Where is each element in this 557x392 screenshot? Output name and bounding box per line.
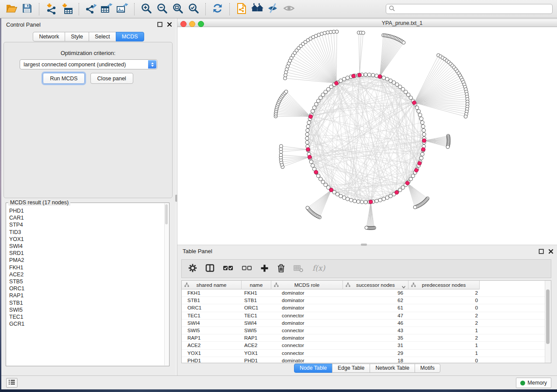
network-node[interactable] <box>398 188 402 192</box>
add-column-button[interactable] <box>260 264 269 274</box>
network-node[interactable] <box>417 110 420 113</box>
mcds-hub-node[interactable] <box>352 74 356 78</box>
network-node[interactable] <box>375 199 378 203</box>
mcds-hub-node[interactable] <box>415 168 419 172</box>
tab-select[interactable]: Select <box>89 32 116 41</box>
network-node[interactable] <box>398 85 402 89</box>
network-node[interactable] <box>409 177 412 181</box>
zoom-selected-button[interactable] <box>186 2 201 17</box>
apply-layout-button[interactable] <box>210 2 225 17</box>
network-leaf-node[interactable] <box>335 30 339 34</box>
table-row[interactable]: STB1STB1dominator620 <box>182 297 545 304</box>
network-node[interactable] <box>382 197 385 201</box>
column-header-name[interactable]: name <box>242 281 271 289</box>
mcds-hub-node[interactable] <box>422 148 426 151</box>
network-leaf-node[interactable] <box>402 41 405 45</box>
close-icon[interactable] <box>548 248 554 254</box>
network-node[interactable] <box>401 87 405 91</box>
network-node[interactable] <box>319 96 322 100</box>
network-node[interactable] <box>306 129 309 132</box>
table-row[interactable]: FKH1FKH1dominator962 <box>182 289 545 297</box>
network-node[interactable] <box>421 121 424 124</box>
network-node[interactable] <box>305 137 309 140</box>
network-leaf-node[interactable] <box>446 145 450 149</box>
network-node[interactable] <box>321 180 325 184</box>
mcds-result-item[interactable]: GCR1 <box>9 320 165 327</box>
deselect-all-button[interactable] <box>242 264 252 274</box>
network-leaf-node[interactable] <box>464 115 467 118</box>
zoom-out-button[interactable] <box>154 2 170 17</box>
network-node[interactable] <box>343 196 346 199</box>
table-row[interactable]: YOX1YOX1connector291 <box>182 350 545 357</box>
network-node[interactable] <box>353 199 356 203</box>
new-network-from-selection-button[interactable] <box>234 2 249 17</box>
mcds-hub-node[interactable] <box>308 155 311 159</box>
network-node[interactable] <box>401 186 405 189</box>
float-window-icon[interactable] <box>157 21 163 27</box>
memory-button[interactable]: Memory <box>516 378 551 388</box>
mcds-result-item[interactable]: FKH1 <box>9 264 165 271</box>
mcds-hub-node[interactable] <box>369 200 373 204</box>
network-node[interactable] <box>306 125 310 128</box>
panel-menu-button[interactable] <box>6 378 17 388</box>
network-node[interactable] <box>415 106 419 110</box>
network-node[interactable] <box>422 129 426 132</box>
select-all-button[interactable] <box>223 264 233 274</box>
network-leaf-node[interactable] <box>280 144 283 148</box>
network-node[interactable] <box>364 200 367 204</box>
search-box[interactable] <box>386 4 553 14</box>
network-node[interactable] <box>329 85 333 89</box>
mcds-result-item[interactable]: STB1 <box>9 299 165 306</box>
table-row[interactable]: ORC1ORC1dominator610 <box>182 304 545 312</box>
chevron-down-icon[interactable] <box>401 284 406 290</box>
mcds-result-item[interactable]: ACE2 <box>9 271 165 278</box>
network-leaf-node[interactable] <box>413 206 417 209</box>
network-node[interactable] <box>346 76 349 79</box>
mcds-hub-node[interactable] <box>418 162 422 165</box>
mcds-hub-node[interactable] <box>358 73 362 77</box>
tab-node-table[interactable]: Node Table <box>294 364 332 373</box>
network-node[interactable] <box>305 141 309 144</box>
minimize-traffic-light-icon[interactable] <box>189 21 195 27</box>
close-traffic-light-icon[interactable] <box>180 21 187 27</box>
mcds-result-item[interactable]: PMA2 <box>9 257 165 264</box>
network-node[interactable] <box>321 93 325 96</box>
export-table-button[interactable] <box>99 2 114 17</box>
network-node[interactable] <box>311 110 315 113</box>
mcds-result-item[interactable]: STB5 <box>9 278 165 285</box>
network-node[interactable] <box>305 133 309 136</box>
table-scrollbar[interactable] <box>545 281 551 363</box>
tab-mcds[interactable]: MCDS <box>116 32 144 41</box>
network-node[interactable] <box>309 160 313 164</box>
export-network-button[interactable] <box>83 2 99 17</box>
network-node[interactable] <box>385 196 389 199</box>
mcds-hub-node[interactable] <box>309 115 313 119</box>
column-header-predecessor-nodes[interactable]: predecessor nodes <box>408 281 480 289</box>
mcds-hub-node[interactable] <box>412 101 416 105</box>
mcds-hub-node[interactable] <box>378 75 382 79</box>
network-leaf-node[interactable] <box>365 226 368 230</box>
scrollbar-thumb[interactable] <box>546 289 550 344</box>
network-node[interactable] <box>339 79 343 83</box>
mcds-hub-node[interactable] <box>395 190 399 194</box>
network-node[interactable] <box>422 125 425 128</box>
network-leaf-node[interactable] <box>279 153 283 157</box>
table-settings-button[interactable] <box>188 264 197 274</box>
table-row[interactable]: ACE2ACE2connector311 <box>182 342 545 349</box>
mcds-result-item[interactable]: YOX1 <box>9 236 165 243</box>
zoom-in-button[interactable] <box>138 2 154 17</box>
network-node[interactable] <box>312 106 316 110</box>
column-header-shared-name[interactable]: shared name <box>182 281 242 289</box>
table-row[interactable]: SWI4SWI4dominator462 <box>182 320 545 327</box>
run-mcds-button[interactable]: Run MCDS <box>43 73 84 84</box>
network-node[interactable] <box>418 113 422 117</box>
table-row[interactable]: PHD1PHD1dominator180 <box>182 357 545 363</box>
mcds-hub-node[interactable] <box>422 139 426 143</box>
mcds-result-item[interactable]: STP4 <box>9 221 165 228</box>
tab-motifs[interactable]: Motifs <box>415 364 440 373</box>
network-node[interactable] <box>360 200 363 204</box>
network-node[interactable] <box>349 198 353 202</box>
zoom-fit-button[interactable] <box>170 2 186 17</box>
network-window-titlebar[interactable]: YPA_prune.txt_1 <box>177 20 557 27</box>
search-input[interactable] <box>397 5 552 13</box>
